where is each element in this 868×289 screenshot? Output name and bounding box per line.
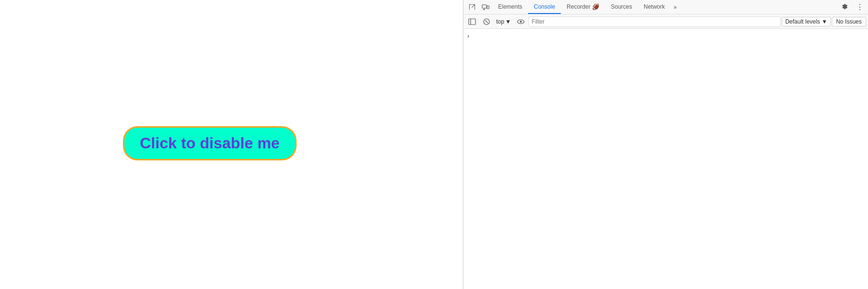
tab-network[interactable]: Network <box>638 0 671 14</box>
tab-sources[interactable]: Sources <box>605 0 638 14</box>
no-issues-label: No Issues <box>836 18 862 25</box>
devtools-console-content: › <box>463 29 868 289</box>
disable-button[interactable]: Click to disable me <box>123 126 297 160</box>
inspect-element-icon[interactable] <box>465 0 479 14</box>
levels-dropdown[interactable]: Default levels ▼ <box>782 17 830 26</box>
devtools-tabs: Elements Console Recorder 🏈 Sources Netw… <box>492 0 838 14</box>
filter-input[interactable] <box>529 16 781 27</box>
levels-label: Default levels ▼ <box>785 18 827 25</box>
eye-icon[interactable] <box>514 15 528 28</box>
clear-console-icon[interactable] <box>480 15 493 28</box>
top-context-dropdown[interactable]: top ▼ <box>494 17 513 26</box>
svg-rect-4 <box>469 19 475 25</box>
top-context-label: top <box>496 18 504 25</box>
tab-recorder[interactable]: Recorder 🏈 <box>561 0 605 14</box>
devtools-top-right: ⋮ <box>838 0 866 14</box>
svg-point-9 <box>520 21 522 23</box>
main-page: Click to disable me <box>0 0 463 289</box>
devtools-top-bar: Elements Console Recorder 🏈 Sources Netw… <box>463 0 868 14</box>
settings-icon[interactable] <box>838 0 852 14</box>
svg-rect-1 <box>487 6 489 9</box>
devtools-console-bar: top ▼ Default levels ▼ No Issues <box>463 14 868 29</box>
no-issues-badge: No Issues <box>832 17 866 26</box>
svg-line-7 <box>485 20 488 23</box>
more-options-icon[interactable]: ⋮ <box>853 0 866 14</box>
more-tabs-button[interactable]: » <box>671 0 680 14</box>
devtools-panel: Elements Console Recorder 🏈 Sources Netw… <box>463 0 868 289</box>
tab-console[interactable]: Console <box>528 0 561 14</box>
device-toolbar-icon[interactable] <box>479 0 492 14</box>
console-expand-arrow[interactable]: › <box>463 31 868 41</box>
top-context-arrow: ▼ <box>505 18 511 25</box>
sidebar-toggle-icon[interactable] <box>465 15 479 28</box>
tab-elements[interactable]: Elements <box>492 0 528 14</box>
svg-rect-0 <box>482 5 487 8</box>
